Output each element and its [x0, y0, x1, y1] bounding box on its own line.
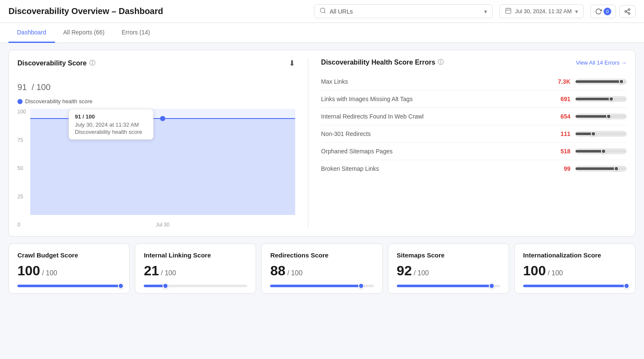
- date-filter-arrow: ▾: [575, 8, 578, 15]
- url-filter-value: All URLs: [330, 8, 481, 15]
- error-row[interactable]: Internal Redirects Found In Web Crawl 65…: [321, 108, 627, 125]
- y-label-75: 75: [17, 137, 26, 143]
- date-filter[interactable]: Jul 30, 2024, 11:32 AM ▾: [499, 4, 584, 18]
- card-title: Redirections Score: [270, 252, 373, 259]
- score-title-text: Discoverability Score: [17, 59, 87, 67]
- url-filter[interactable]: All URLs ▾: [314, 4, 493, 18]
- y-label-50: 50: [17, 165, 26, 171]
- y-label-100: 100: [17, 109, 26, 115]
- error-count: 111: [549, 130, 570, 137]
- card-bar: [270, 285, 373, 287]
- svg-point-8: [628, 12, 630, 14]
- progress-bar: [576, 131, 627, 137]
- error-name: Non-301 Redirects: [321, 130, 549, 137]
- share-button[interactable]: [619, 5, 635, 18]
- errors-header: Discoverability Health Score Errors ⓘ Vi…: [321, 59, 627, 66]
- card-bar-fill: [270, 285, 361, 287]
- progress-fill: [576, 150, 604, 153]
- error-row[interactable]: Links with Images Missing Alt Tags 691: [321, 90, 627, 108]
- error-row[interactable]: Non-301 Redirects 111: [321, 125, 627, 143]
- error-name: Max Links: [321, 78, 549, 85]
- legend-dot: [17, 99, 23, 104]
- x-label-jul30: Jul 30: [156, 222, 169, 228]
- score-info-icon[interactable]: ⓘ: [89, 59, 95, 67]
- card-bar-dot: [118, 283, 124, 289]
- svg-rect-2: [506, 8, 511, 14]
- error-row[interactable]: Max Links 7.3K: [321, 73, 627, 90]
- score-card[interactable]: Crawl Budget Score 100 / 100: [9, 243, 130, 294]
- card-score: 92 / 100: [397, 263, 500, 279]
- card-bar-dot: [489, 283, 495, 289]
- card-bar-fill: [17, 285, 121, 287]
- card-max: / 100: [546, 269, 563, 277]
- progress-bar: [576, 148, 627, 154]
- error-count: 7.3K: [549, 78, 570, 85]
- top-bar: Discoverability Overview – Dashboard All…: [0, 0, 644, 23]
- progress-fill: [576, 115, 609, 118]
- tab-dashboard[interactable]: Dashboard: [9, 23, 55, 43]
- chart-x-label: Jul 30: [30, 222, 295, 228]
- score-card[interactable]: Internationalization Score 100 / 100: [514, 243, 635, 294]
- progress-dot: [601, 149, 606, 154]
- progress-bar: [576, 166, 627, 172]
- progress-fill: [576, 98, 611, 100]
- errors-title: Discoverability Health Score Errors ⓘ: [321, 59, 444, 66]
- download-icon[interactable]: ⬇: [289, 59, 295, 68]
- y-label-0: 0: [17, 222, 26, 228]
- error-name: Links with Images Missing Alt Tags: [321, 96, 549, 102]
- page-title: Discoverability Overview – Dashboard: [9, 6, 163, 16]
- error-row[interactable]: Orphaned Sitemaps Pages 518: [321, 143, 627, 160]
- score-max: / 100: [31, 82, 50, 92]
- error-count: 99: [549, 165, 570, 172]
- score-value: 91 / 100: [17, 75, 295, 94]
- card-max: / 100: [159, 269, 176, 277]
- tab-all-reports[interactable]: All Reports (66): [55, 23, 113, 43]
- progress-dot: [614, 166, 619, 171]
- error-rows: Max Links 7.3K Links with Images Missing…: [321, 73, 627, 177]
- progress-dot: [609, 96, 614, 102]
- action-buttons: 0: [590, 5, 635, 18]
- card-max: / 100: [40, 269, 57, 277]
- tooltip-date: July 30, 2024 at 11:32 AM: [75, 122, 147, 128]
- card-score: 100 / 100: [17, 263, 121, 279]
- tab-errors[interactable]: Errors (14): [113, 23, 159, 43]
- card-title: Sitemaps Score: [397, 252, 500, 259]
- svg-line-10: [627, 10, 629, 11]
- legend-label: Discoverability health score: [25, 98, 92, 105]
- tooltip-title: 91 / 100: [75, 113, 147, 120]
- card-score: 21 / 100: [144, 263, 247, 279]
- svg-point-12: [160, 116, 165, 121]
- error-name: Orphaned Sitemaps Pages: [321, 148, 549, 155]
- card-title: Internationalization Score: [523, 252, 627, 259]
- score-header: Discoverability Score ⓘ ⬇: [17, 59, 295, 68]
- chart-area: 91 / 100 July 30, 2024 at 11:32 AM Disco…: [17, 109, 295, 228]
- card-score: 88 / 100: [270, 263, 373, 279]
- svg-line-9: [627, 12, 629, 13]
- errors-title-text: Discoverability Health Score Errors: [321, 59, 436, 66]
- card-bar-fill: [523, 285, 627, 287]
- error-name: Broken Sitemap Links: [321, 165, 549, 172]
- svg-point-6: [628, 8, 630, 10]
- card-bar: [523, 285, 627, 287]
- error-row[interactable]: Broken Sitemap Links 99: [321, 160, 627, 177]
- score-card[interactable]: Redirections Score 88 / 100: [261, 243, 382, 294]
- errors-info-icon[interactable]: ⓘ: [438, 59, 444, 66]
- view-all-errors-link[interactable]: View All 14 Errors →: [576, 59, 627, 66]
- svg-point-0: [320, 8, 325, 13]
- score-card[interactable]: Internal Linking Score 21 / 100: [135, 243, 256, 294]
- progress-fill: [576, 167, 616, 170]
- section-divider: [308, 59, 308, 228]
- card-bar-dot: [358, 283, 364, 289]
- score-title: Discoverability Score ⓘ: [17, 59, 95, 67]
- progress-bar: [576, 79, 627, 85]
- card-bar-fill: [397, 285, 492, 287]
- progress-dot: [619, 79, 624, 84]
- score-card[interactable]: Sitemaps Score 92 / 100: [388, 243, 509, 294]
- card-title: Internal Linking Score: [144, 252, 247, 259]
- progress-dot: [606, 114, 611, 119]
- refresh-button[interactable]: 0: [590, 5, 616, 18]
- main-card: Discoverability Score ⓘ ⬇ 91 / 100 Disco…: [9, 50, 635, 237]
- card-max: / 100: [285, 269, 302, 277]
- tooltip-label: Discoverability health score: [75, 129, 147, 135]
- card-bar: [17, 285, 121, 287]
